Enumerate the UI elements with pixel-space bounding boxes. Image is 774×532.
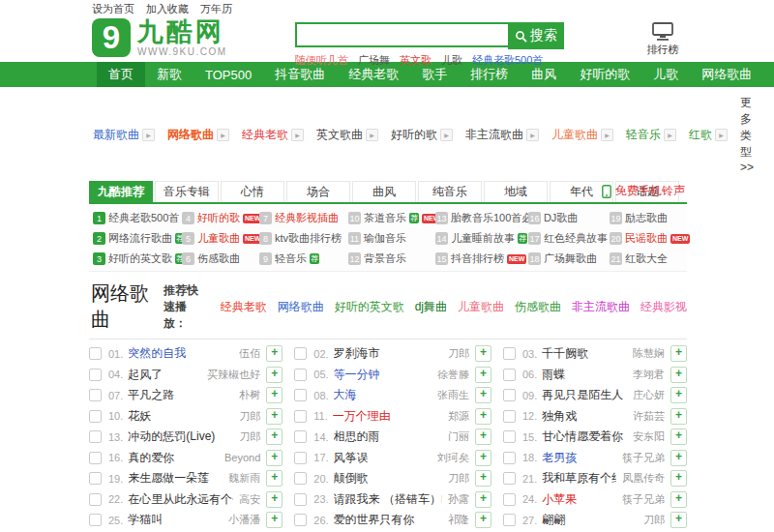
song-artist-link[interactable]: 李翊君 bbox=[633, 368, 665, 382]
song-checkbox[interactable] bbox=[503, 514, 516, 526]
song-artist-link[interactable]: 刀郎 bbox=[448, 346, 469, 361]
song-checkbox[interactable] bbox=[503, 389, 516, 401]
play-arrow-icon[interactable]: ▶ bbox=[715, 129, 728, 141]
quickplay-link[interactable]: 伤感歌曲 bbox=[515, 299, 561, 315]
add-to-playlist-button[interactable]: + bbox=[475, 387, 491, 403]
quick-link-item[interactable]: 8ktv歌曲排行榜 bbox=[259, 231, 348, 246]
topbar-link[interactable]: 加入收藏 bbox=[146, 2, 189, 16]
song-title-link[interactable]: 颠倒歌 bbox=[334, 470, 442, 487]
tab-九酷推荐[interactable]: 九酷推荐 bbox=[89, 181, 153, 202]
song-artist-link[interactable]: 刀郎 bbox=[643, 513, 665, 527]
quick-link-item[interactable]: 17红色经典故事 bbox=[528, 231, 610, 246]
play-arrow-icon[interactable]: ▶ bbox=[601, 129, 613, 141]
song-artist-link[interactable]: 筷子兄弟 bbox=[622, 492, 665, 507]
song-title-link[interactable]: 起风了 bbox=[128, 367, 201, 383]
song-artist-link[interactable]: 门丽 bbox=[448, 429, 469, 444]
quick-link-item[interactable]: 20民谣歌曲NEW bbox=[610, 231, 687, 246]
add-to-playlist-button[interactable]: + bbox=[670, 470, 687, 487]
song-title-link[interactable]: 小苹果 bbox=[542, 491, 616, 508]
nav-item-网络歌曲[interactable]: 网络歌曲 bbox=[690, 62, 763, 87]
ranking-shortcut[interactable]: 排行榜 bbox=[634, 22, 692, 57]
quick-link-item[interactable]: 10茶道音乐荐NEW bbox=[348, 211, 435, 225]
song-checkbox[interactable] bbox=[294, 347, 307, 360]
song-artist-link[interactable]: 徐誉滕 bbox=[437, 368, 469, 382]
quick-link-item[interactable]: 6伤感歌曲 bbox=[182, 251, 259, 266]
song-checkbox[interactable] bbox=[503, 493, 516, 506]
quick-link-item[interactable]: 11瑜伽音乐 bbox=[348, 231, 435, 246]
quick-link-item[interactable]: 14儿童睡前故事荐 bbox=[435, 231, 528, 246]
song-checkbox[interactable] bbox=[89, 493, 102, 506]
song-artist-link[interactable]: 祁隆 bbox=[448, 513, 469, 527]
quickplay-link[interactable]: 非主流歌曲 bbox=[572, 299, 630, 315]
quick-link-item[interactable]: 5儿童歌曲NEW bbox=[182, 231, 259, 246]
add-to-playlist-button[interactable]: + bbox=[475, 470, 491, 487]
add-to-playlist-button[interactable]: + bbox=[475, 429, 491, 445]
nav-item-铃声[interactable]: 铃声 bbox=[763, 62, 774, 87]
song-checkbox[interactable] bbox=[89, 369, 102, 381]
search-input[interactable] bbox=[295, 22, 508, 47]
song-artist-link[interactable]: 刀郎 bbox=[239, 429, 260, 444]
song-checkbox[interactable] bbox=[503, 452, 516, 464]
quick-link-item[interactable]: 16DJ歌曲 bbox=[528, 211, 610, 225]
quick-link-item[interactable]: 21红歌大全 bbox=[610, 251, 687, 266]
play-arrow-icon[interactable]: ▶ bbox=[526, 129, 539, 141]
quickplay-link[interactable]: 经典影视 bbox=[640, 299, 687, 315]
nav-item-首页[interactable]: 首页 bbox=[97, 62, 145, 87]
search-button[interactable]: 搜索 bbox=[508, 22, 564, 49]
add-to-playlist-button[interactable]: + bbox=[475, 408, 491, 425]
add-to-playlist-button[interactable]: + bbox=[266, 491, 283, 508]
quick-link-item[interactable]: 13胎教音乐100首必 bbox=[435, 211, 528, 225]
song-title-link[interactable]: 翩翩 bbox=[542, 512, 638, 528]
song-checkbox[interactable] bbox=[503, 430, 516, 443]
song-checkbox[interactable] bbox=[89, 430, 102, 443]
song-checkbox[interactable] bbox=[89, 472, 102, 485]
song-checkbox[interactable] bbox=[89, 452, 102, 464]
add-to-playlist-button[interactable]: + bbox=[266, 470, 283, 487]
song-checkbox[interactable] bbox=[503, 347, 516, 360]
song-artist-link[interactable]: 朴树 bbox=[239, 388, 260, 402]
song-artist-link[interactable]: 许茹芸 bbox=[633, 409, 665, 424]
add-to-playlist-button[interactable]: + bbox=[475, 491, 491, 508]
play-arrow-icon[interactable]: ▶ bbox=[291, 129, 304, 141]
song-title-link[interactable]: 一万个理由 bbox=[333, 408, 442, 425]
song-checkbox[interactable] bbox=[503, 369, 516, 381]
tab-音乐专辑[interactable]: 音乐专辑 bbox=[155, 181, 219, 202]
play-arrow-icon[interactable]: ▶ bbox=[217, 129, 229, 141]
song-artist-link[interactable]: 小潘潘 bbox=[228, 513, 260, 527]
song-title-link[interactable]: 平凡之路 bbox=[128, 387, 233, 403]
add-to-playlist-button[interactable]: + bbox=[475, 345, 491, 362]
song-title-link[interactable]: 爱的世界只有你 bbox=[334, 512, 442, 528]
song-artist-link[interactable]: 凤凰传奇 bbox=[622, 471, 665, 486]
song-artist-link[interactable]: 庄心妍 bbox=[633, 388, 665, 402]
add-to-playlist-button[interactable]: + bbox=[266, 429, 283, 445]
tab-纯音乐[interactable]: 纯音乐 bbox=[418, 181, 482, 202]
add-to-playlist-button[interactable]: + bbox=[266, 387, 283, 403]
quick-link-item[interactable]: 19励志歌曲 bbox=[610, 211, 687, 225]
nav-item-新歌[interactable]: 新歌 bbox=[145, 62, 194, 87]
search-hot-link[interactable]: 广场舞 bbox=[358, 53, 390, 68]
tab-心情[interactable]: 心情 bbox=[221, 181, 284, 202]
song-title-link[interactable]: 花妖 bbox=[128, 408, 233, 425]
quick-link-item[interactable]: 18广场舞歌曲 bbox=[528, 251, 610, 266]
song-checkbox[interactable] bbox=[294, 410, 307, 423]
search-hot-link[interactable]: 随便听几首 bbox=[295, 53, 348, 68]
subnav-item[interactable]: 非主流歌曲▶ bbox=[465, 127, 539, 143]
song-title-link[interactable]: 独角戏 bbox=[542, 408, 627, 425]
song-checkbox[interactable] bbox=[89, 514, 102, 526]
song-title-link[interactable]: 大海 bbox=[334, 387, 432, 403]
song-artist-link[interactable]: 筷子兄弟 bbox=[622, 451, 665, 465]
song-title-link[interactable]: 甘心情愿爱着你 bbox=[542, 429, 627, 445]
song-artist-link[interactable]: 魏新雨 bbox=[228, 471, 260, 486]
subnav-item[interactable]: 网络歌曲▶ bbox=[167, 127, 229, 143]
add-to-playlist-button[interactable]: + bbox=[475, 450, 491, 466]
song-title-link[interactable]: 等一分钟 bbox=[334, 367, 432, 383]
quick-link-item[interactable]: 7经典影视插曲 bbox=[259, 211, 348, 225]
song-artist-link[interactable]: 刀郎 bbox=[448, 471, 469, 486]
song-title-link[interactable]: 千千阙歌 bbox=[542, 345, 627, 362]
song-title-link[interactable]: 突然的自我 bbox=[128, 345, 233, 362]
add-to-playlist-button[interactable]: + bbox=[475, 512, 491, 528]
subnav-item[interactable]: 经典老歌▶ bbox=[242, 127, 304, 143]
play-arrow-icon[interactable]: ▶ bbox=[142, 129, 155, 141]
song-checkbox[interactable] bbox=[294, 493, 307, 506]
song-title-link[interactable]: 真的爱你 bbox=[128, 450, 219, 466]
